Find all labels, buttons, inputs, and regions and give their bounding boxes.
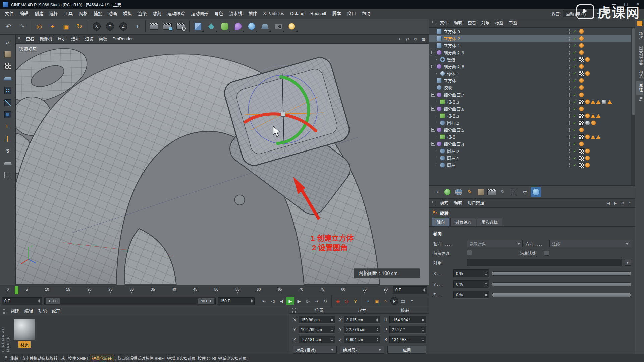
goto-end-button[interactable]: ⇥ [312,297,321,305]
snap-move-icon[interactable]: ⇥ [431,187,441,197]
toggle-view-icon[interactable]: ▦ [420,35,427,43]
dock-tab[interactable]: 内容浏览器 [636,42,643,68]
spinner[interactable] [422,288,426,292]
axis-strength-input[interactable]: 0 % [453,291,489,299]
phong-tag[interactable] [579,29,584,34]
viewport-canvas[interactable]: 1 创建立方体 2 设置圆角 网格间距 : 100 cm Y [16,44,429,285]
materials-menu-2[interactable]: 功能 [36,307,49,315]
coordinate-input[interactable]: 134.488 ° [389,336,426,343]
loop-button[interactable]: ↻ [321,297,329,305]
visibility-dots[interactable] [569,65,570,69]
grid-globe-icon[interactable] [453,187,464,197]
object-name[interactable]: 扫描.3 [447,113,459,119]
visibility-dots[interactable] [569,156,570,160]
visibility-dots[interactable] [569,79,570,83]
object-row[interactable]: 立方体.2 [429,35,635,42]
points-mode-button[interactable] [2,85,13,96]
texture-tag[interactable] [579,148,584,154]
visibility-dots[interactable] [569,37,570,41]
current-frame-field[interactable]: 0 F [393,286,427,294]
menu-9[interactable]: 渲染 [135,9,150,18]
material-tag[interactable] [601,99,607,105]
am-options-icon[interactable]: ≡ [627,200,633,206]
enabled-check-icon[interactable] [572,64,577,69]
object-field[interactable] [467,259,622,266]
object-row[interactable]: 立方体.3 [429,28,635,35]
add-deformer-button[interactable] [232,20,245,33]
phong-tag[interactable] [585,113,590,118]
panel-grip[interactable] [18,37,21,41]
spinner[interactable] [484,293,488,297]
enabled-check-icon[interactable] [572,78,577,83]
direction-dropdown[interactable]: 法线 [549,240,631,247]
material-item[interactable]: 材质 [13,319,36,348]
rotate-view-icon[interactable]: ↻ [412,35,419,43]
phong-tag[interactable] [579,43,584,48]
enabled-check-icon[interactable] [572,149,577,154]
visibility-dots[interactable] [569,128,570,132]
phong-tag[interactable] [585,99,590,104]
material-name[interactable]: 材质 [18,341,31,348]
range-end-grip[interactable]: 90 F [198,298,215,304]
enabled-check-icon[interactable] [572,100,577,104]
enabled-check-icon[interactable] [572,57,577,62]
texture-tag[interactable] [579,113,584,119]
selection-tag[interactable] [596,135,601,139]
selection-tag[interactable] [596,114,601,118]
spinner[interactable] [250,299,254,303]
enabled-check-icon[interactable] [572,114,577,118]
texture-tag[interactable] [579,156,584,161]
visibility-dots[interactable] [569,163,570,167]
panel-grip[interactable] [432,21,435,25]
object-name[interactable]: 扫描 [447,134,455,140]
axis-mode-dropdown[interactable]: 选取对象 [467,240,523,247]
model-mode-button[interactable] [2,49,13,60]
next-frame-button[interactable]: ▶ [295,297,303,305]
selection-tag[interactable] [591,114,595,118]
object-name[interactable]: 立方体 [444,77,457,84]
viewport-menu-2[interactable]: 显示 [55,35,69,43]
viewport-menu-0[interactable]: 查看 [23,35,37,43]
visibility-dots[interactable] [569,100,570,104]
render-settings-button[interactable] [174,20,187,33]
play-button[interactable]: ▶ [286,297,294,305]
selection-tag[interactable] [596,100,601,104]
phong-tag[interactable] [585,71,590,76]
goto-start-button[interactable]: ⇤ [260,297,268,305]
menu-8[interactable]: 模拟 [120,9,135,18]
axis-strength-input[interactable]: 0 % [453,269,489,277]
viewport-3d-scene[interactable]: 1 创建立方体 2 设置圆角 网格间距 : 100 cm Y [16,44,429,285]
collapse-toggle[interactable] [431,142,435,146]
visibility-dots[interactable] [569,93,570,97]
add-spline-button[interactable] [205,20,218,33]
material-thumbnail[interactable] [14,319,35,340]
undo-button[interactable]: ↶ [2,20,15,33]
object-row[interactable]: 胶囊 [429,84,635,91]
dock-tab[interactable]: 构造 [636,68,643,81]
panel-grip[interactable] [292,308,296,313]
enabled-check-icon[interactable] [572,163,577,168]
coordinate-input[interactable]: 0.604 cm [344,336,381,343]
add-subdivision-button[interactable] [218,20,231,33]
object-manager-menu-4[interactable]: 标签 [492,19,506,27]
axis-strength-slider[interactable] [492,282,631,286]
apply-button[interactable]: 应用 [387,346,426,354]
spinner[interactable] [421,318,425,322]
object-name[interactable]: 立方体.2 [444,35,460,42]
object-name[interactable]: 立方体.3 [444,28,460,35]
menu-7[interactable]: 动画 [105,9,120,18]
timeline-options-button[interactable]: ≡ [408,297,416,305]
spinner[interactable] [484,272,488,275]
record-position-toggle[interactable]: + [364,297,372,305]
menu-19[interactable]: 脚本 [329,9,344,18]
object-row[interactable]: 立方体.1 [429,42,635,49]
enabled-check-icon[interactable] [572,29,577,34]
texture-tag[interactable] [579,57,584,62]
attribute-tab[interactable]: 柔和选择 [477,218,502,226]
viewport-menu-3[interactable]: 选项 [69,35,83,43]
lock-z-button[interactable]: Z [117,20,130,33]
phong-tag[interactable] [579,127,584,132]
gray-cube-icon[interactable] [476,187,486,197]
phong-tag[interactable] [579,78,584,83]
record-scale-toggle[interactable]: ▣ [373,297,381,305]
